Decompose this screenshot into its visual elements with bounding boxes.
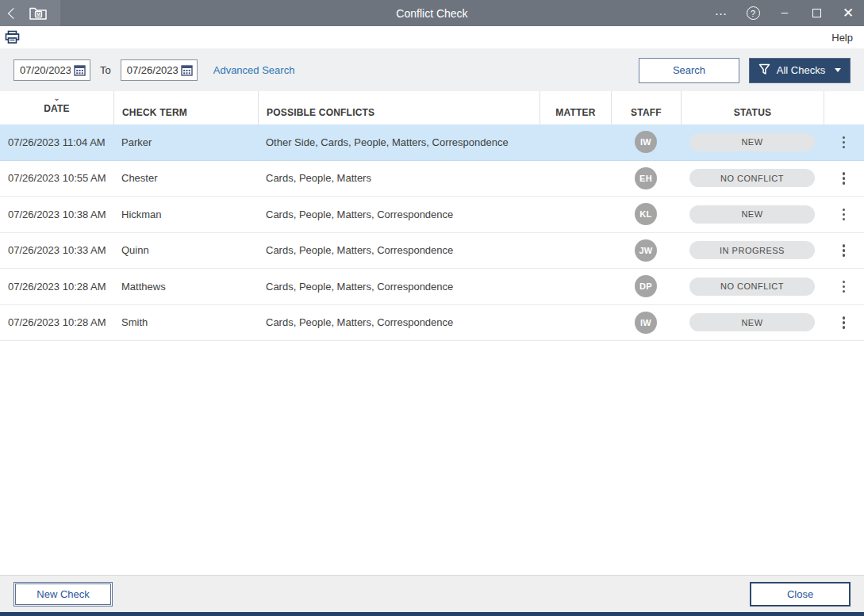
staff-avatar: KL <box>635 203 657 225</box>
cell-possible-conflicts: Cards, People, Matters, Correspondence <box>258 209 540 220</box>
help-link[interactable]: Help <box>831 32 853 44</box>
column-header-actions <box>824 91 864 124</box>
column-header-staff[interactable]: STAFF <box>611 91 681 124</box>
cell-staff: IW <box>611 131 681 153</box>
to-date-input[interactable] <box>127 64 178 76</box>
cell-actions <box>824 204 864 226</box>
table-header: ⌄ DATE CHECK TERM POSSIBLE CONFLICTS MAT… <box>0 91 864 124</box>
search-bar: To Advanced Search Search All Checks <box>0 49 864 91</box>
from-date-field[interactable] <box>13 59 90 81</box>
cell-actions <box>824 239 864 262</box>
filter-icon <box>758 63 770 78</box>
staff-avatar: JW <box>635 239 657 262</box>
cell-date: 07/26/2023 10:38 AM <box>0 209 113 220</box>
close-window-button[interactable]: ✕ <box>832 0 864 26</box>
new-check-button[interactable]: New Check <box>13 582 113 606</box>
cell-date: 07/26/2023 11:04 AM <box>0 136 113 148</box>
column-header-matter[interactable]: MATTER <box>540 91 611 124</box>
cell-staff: DP <box>611 275 681 297</box>
cell-date: 07/26/2023 10:28 AM <box>0 281 113 293</box>
maximize-icon <box>812 9 821 17</box>
cell-actions <box>824 132 864 154</box>
status-badge: NEW <box>689 313 815 331</box>
print-icon[interactable] <box>5 30 20 44</box>
cell-status: NEW <box>681 133 824 151</box>
titlebar-controls: … ? – ✕ <box>705 0 864 26</box>
column-header-possible-conflicts[interactable]: POSSIBLE CONFLICTS <box>258 91 540 124</box>
status-badge: NO CONFLICT <box>689 277 815 296</box>
column-header-date[interactable]: ⌄ DATE <box>0 91 113 124</box>
cell-possible-conflicts: Cards, People, Matters, Correspondence <box>258 281 540 293</box>
row-menu-icon[interactable] <box>838 276 851 298</box>
titlebar-help-icon[interactable]: ? <box>737 0 769 26</box>
back-icon[interactable] <box>8 8 19 19</box>
status-badge: IN PROGRESS <box>689 241 815 259</box>
cell-staff: IW <box>611 312 681 334</box>
staff-avatar: IW <box>635 312 657 334</box>
more-options-icon[interactable]: … <box>705 0 737 26</box>
cell-staff: EH <box>611 167 681 189</box>
all-checks-filter-button[interactable]: All Checks <box>749 58 851 83</box>
cell-actions <box>824 312 864 334</box>
from-date-input[interactable] <box>20 64 71 76</box>
cell-date: 07/26/2023 10:55 AM <box>0 172 113 184</box>
table-row[interactable]: 07/26/2023 10:38 AM Hickman Cards, Peopl… <box>0 197 864 233</box>
sort-indicator-icon: ⌄ <box>53 95 60 101</box>
status-badge: NO CONFLICT <box>689 169 815 187</box>
calendar-icon[interactable] <box>181 64 193 76</box>
cell-check-term: Chester <box>113 172 258 184</box>
toolbar: Help <box>0 26 864 49</box>
footer-bar: New Check Close <box>0 575 864 612</box>
row-menu-icon[interactable] <box>838 239 851 262</box>
maximize-button[interactable] <box>801 0 832 26</box>
cell-status: NO CONFLICT <box>681 169 824 187</box>
table-body: 07/26/2023 11:04 AM Parker Other Side, C… <box>0 124 864 341</box>
cell-date: 07/26/2023 10:28 AM <box>0 316 113 328</box>
cell-check-term: Smith <box>113 316 258 328</box>
table-row[interactable]: 07/26/2023 10:28 AM Smith Cards, People,… <box>0 305 864 342</box>
cell-possible-conflicts: Cards, People, Matters <box>258 172 540 184</box>
to-label: To <box>100 64 111 76</box>
row-menu-icon[interactable] <box>838 132 851 154</box>
filter-button-label: All Checks <box>777 64 825 76</box>
status-badge: NEW <box>689 133 815 151</box>
row-menu-icon[interactable] <box>838 204 851 226</box>
search-button[interactable]: Search <box>639 58 739 83</box>
chevron-down-icon <box>835 68 841 72</box>
cell-check-term: Hickman <box>113 209 258 220</box>
cell-staff: KL <box>611 203 681 225</box>
to-date-field[interactable] <box>121 59 198 81</box>
cell-possible-conflicts: Other Side, Cards, People, Matters, Corr… <box>258 136 540 148</box>
cell-staff: JW <box>611 239 681 262</box>
titlebar-left-segment: M <box>0 0 60 26</box>
cell-status: NEW <box>681 313 824 331</box>
staff-avatar: DP <box>635 275 657 297</box>
cell-check-term: Quinn <box>113 244 258 256</box>
row-menu-icon[interactable] <box>838 312 851 334</box>
cell-possible-conflicts: Cards, People, Matters, Correspondence <box>258 244 540 256</box>
minimize-button[interactable]: – <box>769 0 801 26</box>
cell-check-term: Parker <box>113 136 258 148</box>
cell-check-term: Matthews <box>113 281 258 293</box>
staff-avatar: EH <box>635 167 657 189</box>
svg-text:M: M <box>36 12 40 17</box>
column-header-status[interactable]: STATUS <box>681 91 824 124</box>
table-row[interactable]: 07/26/2023 11:04 AM Parker Other Side, C… <box>0 124 864 161</box>
window-bottom-edge <box>0 612 864 616</box>
status-badge: NEW <box>689 205 815 224</box>
cell-status: IN PROGRESS <box>681 241 824 259</box>
staff-avatar: IW <box>635 131 657 153</box>
cell-status: NEW <box>681 205 824 224</box>
titlebar: M Conflict Check … ? – ✕ <box>0 0 864 26</box>
close-button[interactable]: Close <box>750 582 851 606</box>
table-row[interactable]: 07/26/2023 10:28 AM Matthews Cards, Peop… <box>0 269 864 305</box>
row-menu-icon[interactable] <box>838 167 851 189</box>
cell-status: NO CONFLICT <box>681 277 824 296</box>
conflict-check-window: M Conflict Check … ? – ✕ Help <box>0 0 864 616</box>
table-row[interactable]: 07/26/2023 10:33 AM Quinn Cards, People,… <box>0 233 864 270</box>
advanced-search-link[interactable]: Advanced Search <box>213 64 295 76</box>
calendar-icon[interactable] <box>74 64 86 76</box>
column-header-check-term[interactable]: CHECK TERM <box>113 91 258 124</box>
table-row[interactable]: 07/26/2023 10:55 AM Chester Cards, Peopl… <box>0 161 864 197</box>
matter-folder-icon[interactable]: M <box>29 6 48 21</box>
